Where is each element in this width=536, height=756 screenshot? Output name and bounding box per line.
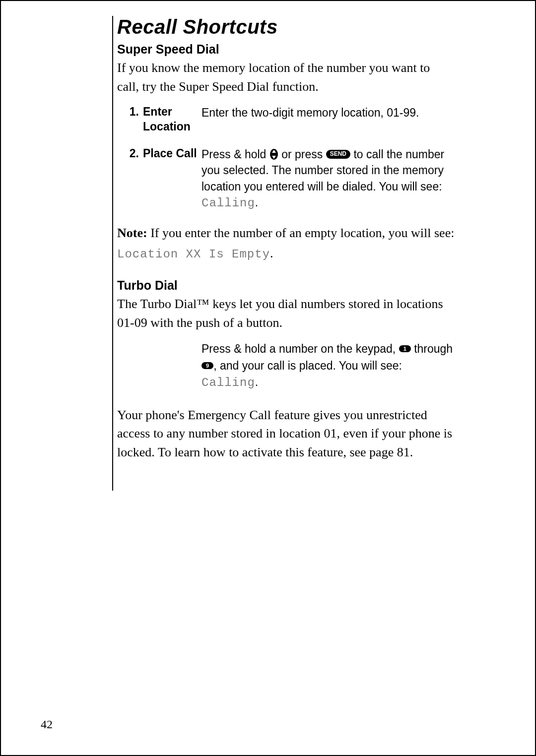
section-turbo-dial: Turbo Dial (117, 278, 455, 293)
page: Recall Shortcuts Super Speed Dial If you… (0, 0, 536, 756)
note-label: Note: (117, 226, 147, 240)
lcd-text: Location XX Is Empty (117, 248, 270, 261)
text: or press (281, 148, 326, 161)
steps-list: 1. Enter Location Enter the two-digit me… (117, 105, 455, 211)
nav-up-down-icon (269, 148, 278, 160)
note-text: If you enter the number of an empty loca… (147, 226, 455, 240)
turbo-step: Press & hold a number on the keypad, 1 t… (201, 341, 455, 391)
send-key-icon: SEND (326, 150, 350, 158)
text: , and your call is placed. You will see: (213, 359, 402, 372)
step-label: Enter Location (143, 105, 201, 134)
step-2: 2. Place Call Press & hold or press SEND… (117, 146, 455, 211)
page-title: Recall Shortcuts (117, 16, 455, 38)
turbo-step-description: Press & hold a number on the keypad, 1 t… (201, 341, 455, 391)
lcd-text: Calling (201, 196, 255, 210)
step-label: Place Call (143, 146, 201, 161)
key-9-icon: 9 (201, 362, 213, 369)
section-super-speed-dial: Super Speed Dial (117, 42, 455, 57)
step-number: 1. (117, 105, 143, 120)
step-description: Enter the two-digit memory location, 01-… (201, 105, 455, 121)
text: Press & hold a number on the keypad, (201, 342, 399, 355)
note-text: . (270, 246, 273, 260)
emergency-paragraph: Your phone's Emergency Call feature give… (117, 406, 455, 462)
content-column: Recall Shortcuts Super Speed Dial If you… (112, 16, 455, 491)
step-description: Press & hold or press SEND to call the n… (201, 146, 455, 211)
step-number: 2. (117, 146, 143, 161)
text: through (414, 342, 453, 355)
step-1: 1. Enter Location Enter the two-digit me… (117, 105, 455, 134)
page-number: 42 (41, 718, 53, 731)
text: Press & hold (201, 148, 269, 161)
key-1-icon: 1 (399, 345, 411, 352)
note: Note: If you enter the number of an empt… (117, 223, 455, 263)
text: . (255, 196, 258, 209)
turbo-dial-intro: The Turbo Dial™ keys let you dial number… (117, 295, 455, 332)
text: . (255, 376, 258, 388)
lcd-text: Calling (201, 376, 255, 389)
super-speed-intro: If you know the memory location of the n… (117, 59, 455, 96)
